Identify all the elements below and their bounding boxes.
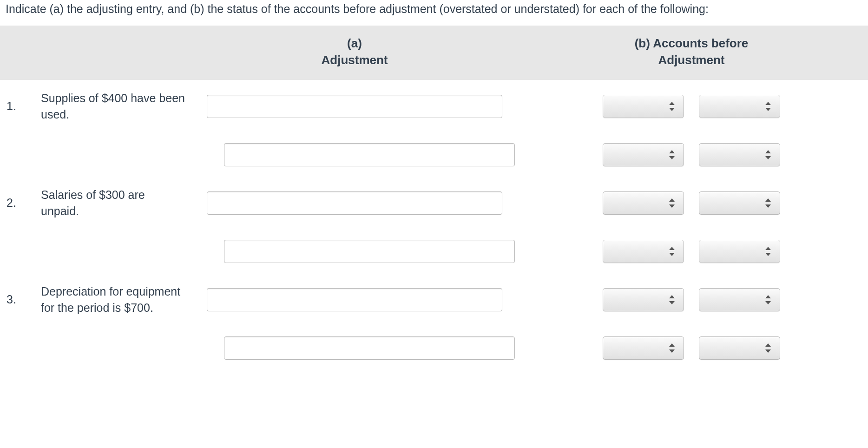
spinner-icon — [765, 150, 771, 159]
row-number-blank — [0, 336, 41, 360]
status-select[interactable] — [699, 336, 780, 360]
header-col-blank — [0, 35, 41, 69]
cell-adjustment — [194, 90, 515, 123]
table-row: 2. Salaries of $300 are unpaid. — [0, 177, 868, 230]
status-select[interactable] — [699, 240, 780, 263]
status-select[interactable] — [603, 95, 684, 118]
row-description-blank — [41, 143, 194, 166]
row-number-blank — [0, 143, 41, 166]
cell-accounts-before — [515, 283, 868, 316]
cell-adjustment — [194, 336, 515, 360]
spinner-icon — [765, 247, 771, 256]
spinner-icon — [765, 102, 771, 111]
row-description: Depreciation for equipment for the perio… — [41, 283, 194, 316]
question-prompt: Indicate (a) the adjusting entry, and (b… — [0, 0, 868, 26]
status-select[interactable] — [699, 288, 780, 311]
spinner-icon — [669, 247, 675, 256]
row-number: 3. — [0, 283, 41, 316]
status-select[interactable] — [603, 240, 684, 263]
header-col-b: (b) Accounts before Adjustment — [515, 35, 868, 69]
row-description: Salaries of $300 are unpaid. — [41, 187, 194, 219]
status-select[interactable] — [603, 336, 684, 360]
table-row — [0, 133, 868, 177]
status-select[interactable] — [603, 191, 684, 215]
adjustment-input[interactable] — [224, 336, 515, 360]
status-select[interactable] — [603, 288, 684, 311]
table-row — [0, 326, 868, 370]
cell-adjustment — [194, 187, 515, 219]
adjustment-input[interactable] — [207, 95, 502, 118]
cell-accounts-before — [515, 336, 868, 360]
adjustment-input[interactable] — [207, 288, 502, 311]
table-row: 3. Depreciation for equipment for the pe… — [0, 273, 868, 326]
row-description: Supplies of $400 have been used. — [41, 90, 194, 123]
table-row — [0, 230, 868, 273]
table-header-row: (a) Adjustment (b) Accounts before Adjus… — [0, 26, 868, 80]
header-b-line2: Adjustment — [635, 52, 749, 68]
cell-adjustment — [194, 240, 515, 263]
spinner-icon — [669, 343, 675, 353]
spinner-icon — [669, 150, 675, 159]
cell-accounts-before — [515, 240, 868, 263]
status-select[interactable] — [699, 191, 780, 215]
status-select[interactable] — [699, 143, 780, 166]
cell-adjustment — [194, 283, 515, 316]
spinner-icon — [669, 102, 675, 111]
status-select[interactable] — [699, 95, 780, 118]
header-a-line1: (a) — [322, 35, 388, 52]
table-row: 1. Supplies of $400 have been used. — [0, 80, 868, 133]
row-number: 2. — [0, 187, 41, 219]
header-col-a: (a) Adjustment — [194, 35, 515, 69]
spinner-icon — [765, 343, 771, 353]
header-b-line1: (b) Accounts before — [635, 35, 749, 52]
status-select[interactable] — [603, 143, 684, 166]
header-col-desc-blank — [41, 35, 194, 69]
spinner-icon — [669, 295, 675, 304]
header-a-line2: Adjustment — [322, 52, 388, 68]
adjustment-input[interactable] — [224, 143, 515, 166]
spinner-icon — [669, 198, 675, 208]
row-description-blank — [41, 336, 194, 360]
row-number-blank — [0, 240, 41, 263]
question-container: Indicate (a) the adjusting entry, and (b… — [0, 0, 868, 370]
spinner-icon — [765, 198, 771, 208]
cell-adjustment — [194, 143, 515, 166]
row-description-blank — [41, 240, 194, 263]
cell-accounts-before — [515, 143, 868, 166]
row-number: 1. — [0, 90, 41, 123]
cell-accounts-before — [515, 187, 868, 219]
cell-accounts-before — [515, 90, 868, 123]
adjustment-input[interactable] — [207, 191, 502, 215]
spinner-icon — [765, 295, 771, 304]
adjustment-input[interactable] — [224, 240, 515, 263]
